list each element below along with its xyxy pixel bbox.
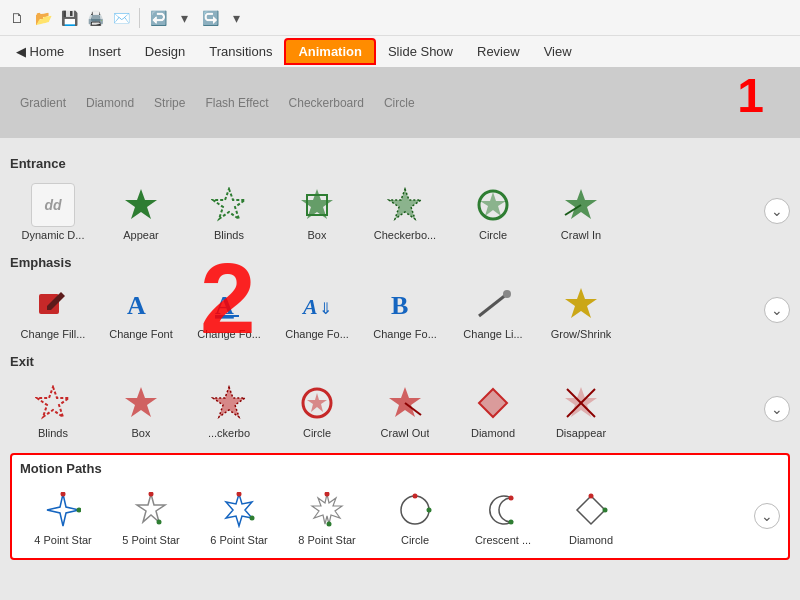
svg-marker-26 (307, 393, 327, 412)
undo-icon[interactable]: ↩️ (147, 7, 169, 29)
changefo4-icon: B (383, 282, 427, 326)
anim-circle-mp[interactable]: Circle (372, 482, 458, 550)
emphasis-row: Change Fill... A Change Font A (10, 276, 790, 344)
anim-star5[interactable]: 5 Point Star (108, 482, 194, 550)
changefo2-icon: A (207, 282, 251, 326)
anim-exit-box[interactable]: Box (98, 375, 184, 443)
changefo4-label: Change Fo... (373, 328, 437, 340)
anim-changefo3[interactable]: A ⇓ Change Fo... (274, 276, 360, 344)
svg-marker-22 (125, 387, 157, 417)
svg-marker-8 (565, 189, 597, 219)
appear-label: Appear (123, 229, 158, 241)
tab-design[interactable]: Design (133, 40, 197, 63)
anim-crescent[interactable]: Crescent ... (460, 482, 546, 550)
anim-exit-disappear[interactable]: Disappear (538, 375, 624, 443)
email-icon[interactable]: ✉️ (110, 7, 132, 29)
motion-paths-expand-btn[interactable]: ⌄ (754, 503, 780, 529)
anim-exit-crawlout[interactable]: Crawl Out (362, 375, 448, 443)
open-icon[interactable]: 📂 (32, 7, 54, 29)
svg-point-47 (413, 494, 418, 499)
anim-growshrink[interactable]: Grow/Shrink (538, 276, 624, 344)
anim-changefo2[interactable]: A Change Fo... (186, 276, 272, 344)
svg-marker-51 (577, 496, 605, 524)
crescent-label: Crescent ... (475, 534, 531, 546)
diamond-mp-label: Diamond (569, 534, 613, 546)
emphasis-items: Change Fill... A Change Font A (10, 276, 760, 344)
svg-marker-21 (37, 387, 69, 417)
anim-exit-checker[interactable]: ...ckerbo (186, 375, 272, 443)
motion-paths-items: 4 Point Star 5 Point Star (20, 482, 750, 550)
exit-blinds-icon (31, 381, 75, 425)
anim-diamond-mp[interactable]: Diamond (548, 482, 634, 550)
svg-point-44 (325, 492, 330, 497)
exit-box-icon (119, 381, 163, 425)
svg-point-49 (509, 496, 514, 501)
tab-review[interactable]: Review (465, 40, 532, 63)
exit-expand-btn[interactable]: ⌄ (764, 396, 790, 422)
star5-icon (129, 488, 173, 532)
anim-box[interactable]: Box (274, 177, 360, 245)
changefo3-label: Change Fo... (285, 328, 349, 340)
star8-label: 8 Point Star (298, 534, 355, 546)
entrance-row: dd Dynamic D... Appear Blinds (10, 177, 790, 245)
anim-crawlin[interactable]: Crawl In (538, 177, 624, 245)
svg-marker-43 (312, 494, 342, 524)
slide-tab-circle: Circle (384, 96, 415, 110)
svg-point-39 (157, 520, 162, 525)
star6-label: 6 Point Star (210, 534, 267, 546)
svg-point-48 (427, 508, 432, 513)
anim-exit-diamond[interactable]: Diamond (450, 375, 536, 443)
anim-changefont[interactable]: A Change Font (98, 276, 184, 344)
exit-circle-label: Circle (303, 427, 331, 439)
anim-circle-entrance[interactable]: Circle (450, 177, 536, 245)
tab-transitions[interactable]: Transitions (197, 40, 284, 63)
star5-label: 5 Point Star (122, 534, 179, 546)
print-icon[interactable]: 🖨️ (84, 7, 106, 29)
motion-paths-row: 4 Point Star 5 Point Star (20, 482, 780, 550)
anim-changefo4[interactable]: B Change Fo... (362, 276, 448, 344)
anim-star4[interactable]: 4 Point Star (20, 482, 106, 550)
blinds-label: Blinds (214, 229, 244, 241)
checkerboard-label: Checkerbo... (374, 229, 436, 241)
changefill-label: Change Fill... (21, 328, 86, 340)
star4-label: 4 Point Star (34, 534, 91, 546)
tab-home[interactable]: ◀ Home (4, 40, 76, 63)
svg-point-45 (327, 522, 332, 527)
dynamic-icon: dd (31, 183, 75, 227)
anim-appear[interactable]: Appear (98, 177, 184, 245)
changeline-icon (471, 282, 515, 326)
emphasis-expand-btn[interactable]: ⌄ (764, 297, 790, 323)
anim-star8[interactable]: 8 Point Star (284, 482, 370, 550)
svg-text:A: A (127, 291, 146, 320)
redo-dropdown-icon[interactable]: ▾ (225, 7, 247, 29)
anim-checkerboard[interactable]: Checkerbo... (362, 177, 448, 245)
tab-animation[interactable]: Animation (284, 38, 376, 65)
new-file-icon[interactable]: 🗋 (6, 7, 28, 29)
undo-dropdown-icon[interactable]: ▾ (173, 7, 195, 29)
anim-changeline[interactable]: Change Li... (450, 276, 536, 344)
svg-marker-1 (213, 189, 245, 219)
main-content: 1 2 Gradient Diamond Stripe Flash Effect… (0, 68, 800, 600)
exit-items: Blinds Box (10, 375, 760, 443)
dynamic-label: Dynamic D... (22, 229, 85, 241)
growshrink-label: Grow/Shrink (551, 328, 612, 340)
slide-tab-stripe: Stripe (154, 96, 185, 110)
tab-slideshow[interactable]: Slide Show (376, 40, 465, 63)
anim-dynamic[interactable]: dd Dynamic D... (10, 177, 96, 245)
anim-changefill[interactable]: Change Fill... (10, 276, 96, 344)
anim-star6[interactable]: 6 Point Star (196, 482, 282, 550)
entrance-expand-btn[interactable]: ⌄ (764, 198, 790, 224)
svg-point-38 (149, 492, 154, 497)
anim-exit-circle[interactable]: Circle (274, 375, 360, 443)
box-icon (295, 183, 339, 227)
circle-entrance-icon (471, 183, 515, 227)
circle-mp-icon (393, 488, 437, 532)
svg-point-35 (61, 492, 66, 497)
redo-icon[interactable]: ↪️ (199, 7, 221, 29)
svg-marker-34 (47, 494, 79, 526)
anim-exit-blinds[interactable]: Blinds (10, 375, 96, 443)
anim-blinds[interactable]: Blinds (186, 177, 272, 245)
tab-view[interactable]: View (532, 40, 584, 63)
tab-insert[interactable]: Insert (76, 40, 133, 63)
save-icon[interactable]: 💾 (58, 7, 80, 29)
